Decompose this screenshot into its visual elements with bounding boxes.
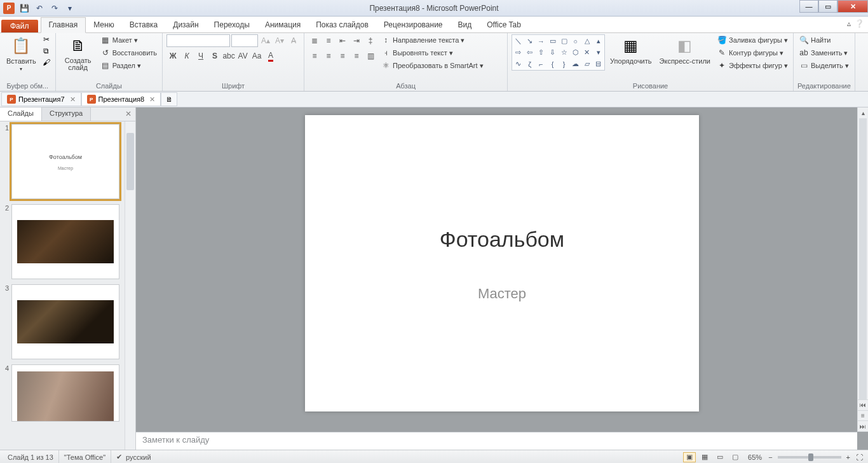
shape-arrowd-icon[interactable]: ⇩: [547, 47, 558, 58]
next-slide-icon[interactable]: ⏭: [858, 421, 868, 432]
align-text-button[interactable]: ⫞Выровнять текст ▾: [379, 47, 484, 59]
scroll-up-icon[interactable]: ▴: [858, 107, 868, 118]
align-right-icon[interactable]: ≡: [336, 50, 349, 62]
status-slide[interactable]: Слайд 1 из 13: [3, 450, 59, 463]
select-button[interactable]: ▭Выделить ▾: [797, 60, 850, 71]
justify-icon[interactable]: ≡: [350, 50, 363, 62]
shape-oval-icon[interactable]: ○: [570, 36, 581, 46]
align-left-icon[interactable]: ≡: [308, 50, 321, 62]
shape-arrowl-icon[interactable]: ⇦: [524, 47, 535, 58]
font-size-input[interactable]: [231, 34, 258, 47]
help-icon[interactable]: ❔: [855, 19, 864, 28]
view-slideshow-icon[interactable]: ▢: [729, 452, 742, 462]
shape-line-icon[interactable]: ＼: [513, 36, 524, 46]
clear-format-icon[interactable]: A̶: [287, 34, 300, 47]
canvas-area[interactable]: Фотоальбом Мастер ▴ ⏮ ≡ ⏭: [136, 107, 868, 432]
shape-brace2-icon[interactable]: }: [559, 59, 569, 69]
zoom-slider[interactable]: [778, 456, 841, 459]
shape-arrow-icon[interactable]: ↘: [524, 36, 535, 46]
minimize-button[interactable]: —: [799, 0, 818, 13]
gallery-more-icon[interactable]: ⊟: [593, 59, 604, 69]
thumb-1[interactable]: Фотоальбом Мастер: [11, 124, 119, 199]
increase-indent-icon[interactable]: ⇥: [350, 34, 363, 47]
close-button[interactable]: ✕: [837, 0, 868, 13]
notes-pane[interactable]: Заметки к слайду: [136, 432, 857, 450]
text-direction-button[interactable]: ↕Направление текста ▾: [379, 34, 484, 46]
shape-line2-icon[interactable]: →: [536, 36, 546, 46]
shapes-gallery[interactable]: ＼↘→▭▢○△▴ ⇨⇦⇧⇩☆⬡✕▾ ∿ζ⌐{}☁▱⊟: [512, 34, 605, 71]
new-slide-button[interactable]: 🗎 Создать слайд: [60, 34, 97, 73]
shape-free-icon[interactable]: ζ: [524, 59, 535, 69]
slide-title[interactable]: Фотоальбом: [305, 227, 699, 252]
status-lang[interactable]: ✔ русский: [111, 450, 156, 463]
thumbs-scrollbar[interactable]: [125, 121, 135, 450]
tab-menu[interactable]: Меню: [86, 18, 121, 32]
tab-animation[interactable]: Анимация: [257, 18, 308, 32]
ribbon-minimize-icon[interactable]: ▵: [847, 19, 851, 28]
font-family-input[interactable]: [166, 34, 230, 47]
copy-icon[interactable]: ⧉: [41, 46, 51, 56]
reset-button[interactable]: ↺Восстановить: [99, 47, 158, 59]
maximize-button[interactable]: ▭: [818, 0, 837, 13]
close-icon[interactable]: ✕: [149, 95, 155, 104]
tab-insert[interactable]: Вставка: [122, 18, 166, 32]
layout-button[interactable]: ▦Макет ▾: [99, 34, 158, 46]
tab-file[interactable]: Файл: [1, 20, 38, 32]
shape-outline-button[interactable]: ✎Контур фигуры ▾: [715, 47, 789, 59]
redo-icon[interactable]: ↷: [48, 2, 61, 15]
slide-subtitle[interactable]: Мастер: [305, 286, 699, 302]
save-icon[interactable]: 💾: [18, 2, 31, 15]
shape-rect-icon[interactable]: ▭: [547, 36, 558, 46]
view-sorter-icon[interactable]: ▦: [698, 452, 711, 462]
shape-effects-button[interactable]: ✦Эффекты фигур ▾: [715, 60, 789, 71]
strike-icon[interactable]: S: [208, 50, 221, 62]
status-theme[interactable]: "Тема Office": [59, 450, 111, 463]
columns-icon[interactable]: ▥: [364, 50, 377, 62]
spacing-icon[interactable]: AV: [236, 50, 249, 62]
slide-canvas[interactable]: Фотоальбом Мастер: [305, 115, 699, 411]
tab-slideshow[interactable]: Показ слайдов: [308, 18, 376, 32]
zoom-out-icon[interactable]: −: [768, 453, 772, 461]
thumb-3[interactable]: [11, 284, 119, 359]
view-reading-icon[interactable]: ▭: [714, 452, 726, 462]
paste-button[interactable]: 📋 Вставить ▾: [4, 34, 39, 73]
decrease-font-icon[interactable]: A▾: [273, 34, 286, 47]
shape-fill-button[interactable]: 🪣Заливка фигуры ▾: [715, 34, 789, 46]
shape-rrect-icon[interactable]: ▢: [559, 36, 569, 46]
panel-tab-slides[interactable]: Слайды: [0, 107, 42, 121]
scroll-track[interactable]: [858, 118, 868, 399]
bullets-icon[interactable]: ≣: [308, 34, 321, 47]
shape-arrowr-icon[interactable]: ⇨: [513, 47, 524, 58]
shape-hex-icon[interactable]: ⬡: [570, 47, 581, 58]
shape-arrowu-icon[interactable]: ⇧: [536, 47, 546, 58]
new-doc-tab[interactable]: 🗎: [161, 92, 177, 106]
thumb-2[interactable]: [11, 204, 119, 279]
shape-plus-icon[interactable]: ✕: [581, 47, 592, 58]
zoom-in-icon[interactable]: +: [846, 453, 850, 461]
smartart-button[interactable]: ⚛Преобразовать в SmartArt ▾: [379, 60, 484, 71]
zoom-knob[interactable]: [808, 453, 813, 461]
qat-customize-icon[interactable]: ▾: [64, 2, 76, 15]
decrease-indent-icon[interactable]: ⇤: [336, 34, 349, 47]
shape-action-icon[interactable]: ▱: [581, 59, 592, 69]
bold-icon[interactable]: Ж: [166, 50, 179, 62]
shape-star-icon[interactable]: ☆: [559, 47, 569, 58]
shadow-icon[interactable]: abc: [222, 50, 235, 62]
line-spacing-icon[interactable]: ‡: [364, 34, 377, 47]
shape-curve-icon[interactable]: ∿: [513, 59, 524, 69]
shape-brace-icon[interactable]: {: [547, 59, 558, 69]
tab-review[interactable]: Рецензирование: [376, 18, 451, 32]
tab-design[interactable]: Дизайн: [165, 18, 206, 32]
tab-home[interactable]: Главная: [41, 17, 86, 33]
slide-menu-icon[interactable]: ≡: [858, 411, 868, 422]
cut-icon[interactable]: ✂: [41, 34, 51, 45]
numbering-icon[interactable]: ≡: [322, 34, 335, 47]
underline-icon[interactable]: Ч: [194, 50, 207, 62]
panel-close-button[interactable]: ✕: [121, 107, 135, 121]
vertical-scrollbar[interactable]: ▴ ⏮ ≡ ⏭: [857, 107, 868, 432]
font-color-icon[interactable]: A: [264, 50, 277, 62]
undo-icon[interactable]: ↶: [33, 2, 46, 15]
zoom-level[interactable]: 65%: [748, 453, 762, 461]
replace-button[interactable]: abЗаменить ▾: [797, 47, 850, 59]
tab-office-tab[interactable]: Office Tab: [479, 18, 529, 32]
